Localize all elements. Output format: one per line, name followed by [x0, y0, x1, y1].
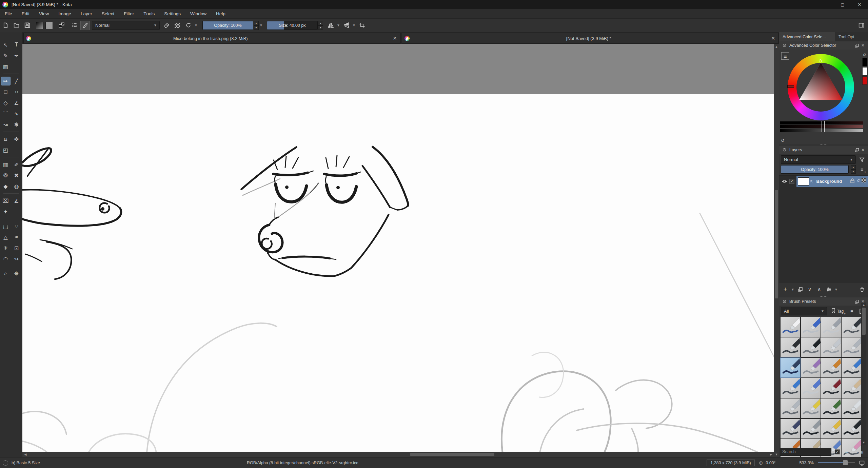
- brush-preset-pen-gray-band[interactable]: [801, 418, 821, 439]
- layer-opacity-slider[interactable]: Opacity: 100%: [781, 165, 849, 174]
- tag-button[interactable]: Tag ▼: [828, 307, 846, 315]
- swatch-black[interactable]: [862, 58, 867, 66]
- tool-polygon-icon[interactable]: ◇: [1, 98, 11, 107]
- maximize-button[interactable]: ▢: [834, 0, 851, 9]
- move-layer-down-button[interactable]: ∨: [805, 285, 814, 294]
- open-document-button[interactable]: [12, 21, 21, 30]
- float-docker-icon[interactable]: [854, 299, 860, 304]
- tool-text-icon[interactable]: T: [12, 40, 21, 49]
- menu-tools[interactable]: Tools: [139, 9, 159, 19]
- close-docker-icon[interactable]: ✕: [860, 147, 866, 153]
- brush-preset-pen-red-band[interactable]: [821, 378, 841, 398]
- size-spinner[interactable]: ▲▼: [318, 21, 323, 30]
- opacity-slider[interactable]: Opacity: 100%: [202, 21, 253, 30]
- brush-preset-pen-white-zigzag[interactable]: [841, 398, 862, 418]
- pin-icon[interactable]: [781, 299, 787, 304]
- color-selector-header[interactable]: Advanced Color Selector ✕: [779, 41, 868, 50]
- scroll-down-icon[interactable]: ▼: [861, 441, 866, 445]
- brush-presets-header[interactable]: Brush Presets ✕: [779, 297, 868, 306]
- selector-settings-icon[interactable]: ≣: [781, 52, 789, 60]
- brush-preset-brush-orange[interactable]: [821, 357, 841, 378]
- tool-fill-icon[interactable]: ◆: [1, 182, 11, 191]
- menu-image[interactable]: Image: [54, 9, 76, 19]
- canvas-hscrollbar[interactable]: ◀ ▶: [22, 452, 774, 457]
- menu-filter[interactable]: Filter: [119, 9, 139, 19]
- gradient-swatch[interactable]: [36, 22, 43, 29]
- tab-unsaved-document[interactable]: [Not Saved] (3.9 MiB) * ✕: [402, 33, 779, 44]
- zoom-slider-handle[interactable]: [843, 460, 848, 465]
- layer-checkbox[interactable]: ✓: [789, 179, 794, 184]
- swatch-red[interactable]: [862, 76, 867, 85]
- tool-select-shapes-icon[interactable]: ↖: [1, 40, 11, 49]
- tool-dynamic-brush-icon[interactable]: ↝: [1, 120, 11, 129]
- brush-editor-button[interactable]: [80, 21, 90, 30]
- tab-mice-document[interactable]: Mice belong in the trash.png (8.2 MiB) ✕: [23, 33, 400, 44]
- shade-strip-2[interactable]: [780, 125, 863, 128]
- preserve-alpha-button[interactable]: [173, 21, 182, 30]
- tool-color-sampler-icon[interactable]: ✐: [12, 160, 21, 169]
- scroll-left-icon[interactable]: ◀: [23, 452, 28, 457]
- pattern-swatch[interactable]: [45, 22, 53, 29]
- menu-select[interactable]: Select: [97, 9, 119, 19]
- tool-select-ellipse-icon[interactable]: ◌: [12, 222, 21, 231]
- zoom-value[interactable]: 533.3%: [800, 461, 814, 465]
- tool-zoom-icon[interactable]: ⌕: [1, 269, 11, 278]
- preset-filter-dropdown[interactable]: All ▼: [781, 307, 827, 315]
- tool-select-freehand-icon[interactable]: ≈: [12, 233, 21, 241]
- tool-multibrush-icon[interactable]: ❃: [12, 120, 21, 129]
- preset-search-input[interactable]: [780, 448, 831, 456]
- menu-help[interactable]: Help: [211, 9, 230, 19]
- chevron-down-icon[interactable]: ▼: [790, 288, 795, 291]
- reload-preset-button[interactable]: [183, 21, 193, 30]
- layer-opacity-spinner[interactable]: ▲▼: [851, 165, 856, 174]
- pin-icon[interactable]: [781, 147, 787, 153]
- tab-close-icon[interactable]: ✕: [390, 36, 400, 41]
- shade-strip-1[interactable]: [780, 121, 863, 124]
- brush-preset-pen-silver-soft[interactable]: [841, 337, 862, 357]
- menu-settings[interactable]: Settings: [159, 9, 185, 19]
- brush-preset-eraser-soft[interactable]: [780, 317, 801, 337]
- brush-preset-pen-darkblue[interactable]: [780, 418, 801, 439]
- brush-preset-ink-basic-5[interactable]: [780, 357, 801, 378]
- hscroll-thumb[interactable]: [410, 453, 494, 456]
- chevron-down-icon[interactable]: ▼: [336, 23, 341, 27]
- delete-layer-button[interactable]: [857, 285, 866, 294]
- brush-preset-pen-silver[interactable]: [821, 337, 841, 357]
- menu-view[interactable]: View: [34, 9, 54, 19]
- workspace-chooser-button[interactable]: [856, 21, 866, 30]
- close-button[interactable]: ✕: [851, 0, 868, 9]
- tool-assistants-icon[interactable]: ⌧: [1, 196, 11, 205]
- tool-transform-icon[interactable]: ⧈: [1, 135, 11, 143]
- brush-preset-pencil-blue[interactable]: [841, 357, 862, 378]
- list-view-icon[interactable]: ≡: [847, 307, 856, 315]
- layer-alpha-icon[interactable]: α: [857, 178, 860, 184]
- no-color-icon[interactable]: ⊘: [863, 52, 867, 57]
- tab-advanced-color-selector[interactable]: Advanced Color Sele...: [779, 32, 835, 41]
- tool-colorize-mask-icon[interactable]: ❂: [1, 171, 11, 180]
- tool-polyline-icon[interactable]: ∠: [12, 98, 21, 107]
- brush-preset-charcoal-green[interactable]: [821, 398, 841, 418]
- tool-crop-icon[interactable]: ◰: [1, 145, 11, 154]
- layer-blend-mode-dropdown[interactable]: Normal ▼: [781, 155, 856, 164]
- tool-pattern-icon[interactable]: ▨: [1, 62, 11, 71]
- brush-preset-pencil-blue-soft[interactable]: [801, 378, 821, 398]
- scroll-down-icon[interactable]: ▼: [774, 452, 779, 456]
- tool-freehand-brush-icon[interactable]: ✏: [1, 77, 11, 85]
- tool-select-bezier-icon[interactable]: ◠: [1, 254, 11, 263]
- swap-colors-icon[interactable]: [57, 21, 66, 30]
- tool-enclose-fill-icon[interactable]: ◍: [12, 182, 21, 191]
- tool-freehand-path-icon[interactable]: ∿: [12, 109, 21, 118]
- layer-inherit-alpha-icon[interactable]: [862, 178, 866, 182]
- pin-icon[interactable]: [781, 43, 787, 48]
- chevron-down-icon[interactable]: ▼: [834, 288, 839, 291]
- tool-edit-shapes-icon[interactable]: ✎: [1, 51, 11, 60]
- canvas-vscrollbar[interactable]: ▲ ▼: [774, 44, 779, 457]
- swatch-white[interactable]: [862, 67, 867, 76]
- trim-canvas-button[interactable]: [357, 21, 367, 30]
- shade-strip-3[interactable]: [780, 129, 863, 132]
- brush-preset-eraser-smudge[interactable]: [821, 317, 841, 337]
- tool-measure-icon[interactable]: ∡: [12, 196, 21, 205]
- refresh-selector-icon[interactable]: ↺: [781, 138, 785, 143]
- brush-preset-nib-yellow[interactable]: [821, 418, 841, 439]
- canvas[interactable]: [22, 44, 774, 452]
